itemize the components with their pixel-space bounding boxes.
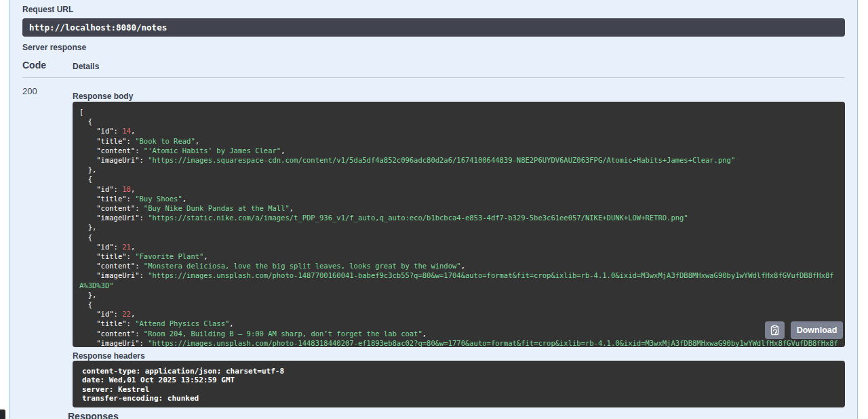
code-column-header: Code	[22, 60, 46, 71]
download-button-label: Download	[797, 325, 837, 335]
request-url-bar: http://localhost:8080/notes	[22, 18, 845, 37]
copy-to-clipboard-button[interactable]	[765, 321, 785, 339]
response-body-code: [ { "id": 14, "title": "Book to Read", "…	[73, 102, 845, 347]
response-body-block[interactable]: [ { "id": 14, "title": "Book to Read", "…	[73, 102, 845, 347]
request-url-label: Request URL	[22, 5, 73, 14]
response-headers-label: Response headers	[73, 351, 145, 361]
response-body-label: Response body	[73, 92, 133, 101]
response-headers-code: content-type: application/json; charset=…	[73, 361, 845, 407]
response-headers-block: content-type: application/json; charset=…	[73, 361, 845, 407]
request-url-value: http://localhost:8080/notes	[29, 22, 167, 33]
swagger-operation-panel: Request URL http://localhost:8080/notes …	[0, 0, 868, 419]
details-column-header: Details	[73, 62, 99, 71]
clipboard-copy-icon	[770, 325, 780, 336]
status-code: 200	[22, 86, 37, 96]
download-button[interactable]: Download	[791, 321, 843, 339]
partial-element-bottom-left	[0, 410, 5, 419]
responses-section-header: Responses	[68, 411, 119, 419]
table-header-divider	[22, 77, 845, 78]
server-response-label: Server response	[22, 43, 86, 52]
